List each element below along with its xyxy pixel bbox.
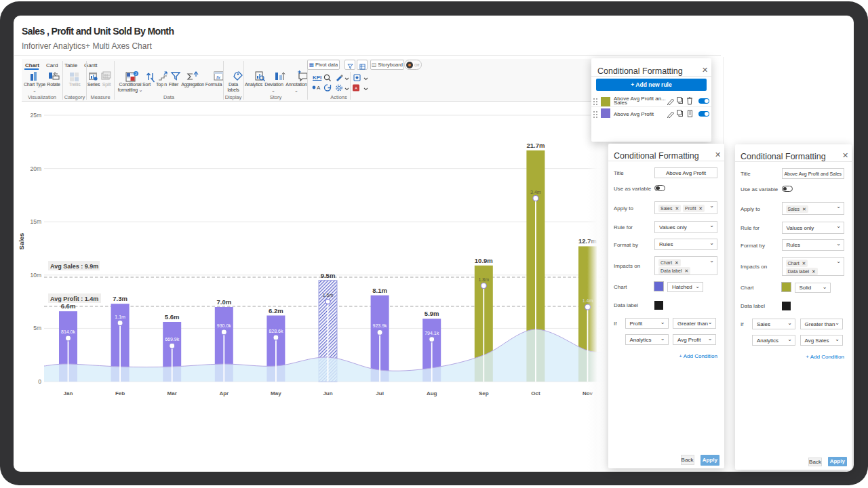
svg-text:Feb: Feb [115,390,125,396]
svg-text:A: A [317,85,321,91]
svg-text:6.2m: 6.2m [269,307,283,314]
svg-text:Avg Sales : 9.9m: Avg Sales : 9.9m [50,263,98,270]
svg-text:923.9k: 923.9k [373,323,388,328]
svg-text:5.6m: 5.6m [165,313,180,321]
svg-text:7.0m: 7.0m [216,298,231,306]
svg-text:Oct: Oct [531,390,540,396]
svg-text:794.1k: 794.1k [425,331,439,336]
svg-text:3.4m: 3.4m [530,190,541,195]
svg-text:1.8m: 1.8m [479,277,490,282]
svg-text:20m: 20m [30,165,41,172]
svg-text:25m: 25m [30,112,41,119]
svg-text:9.5m: 9.5m [321,272,336,279]
svg-text:Apr: Apr [219,390,229,396]
svg-text:A: A [355,86,357,90]
svg-text:Jun: Jun [323,390,332,396]
svg-text:21.7m: 21.7m [526,142,545,149]
svg-text:930.0k: 930.0k [217,323,232,328]
svg-text:6.6m: 6.6m [61,302,76,310]
svg-text:2: 2 [135,72,137,76]
svg-text:Sep: Sep [479,390,489,396]
svg-text:Sales: Sales [18,233,25,250]
svg-text:7.3m: 7.3m [113,295,127,302]
svg-text:8.1m: 8.1m [372,287,387,294]
svg-text:5m: 5m [33,325,41,331]
svg-text:1.5m: 1.5m [323,293,334,298]
svg-text:Mar: Mar [167,390,177,396]
svg-text:Avg Profit : 1.4m: Avg Profit : 1.4m [50,296,98,302]
svg-text:10m: 10m [30,272,41,279]
svg-text:1.1m: 1.1m [115,314,125,319]
svg-text:669.9k: 669.9k [165,337,180,342]
svg-text:fx: fx [216,75,221,81]
svg-text:0: 0 [38,378,41,385]
svg-text:5.9m: 5.9m [425,310,439,317]
svg-text:814.0k: 814.0k [61,329,76,334]
svg-text:Aug: Aug [427,390,437,396]
svg-text:828.6k: 828.6k [269,329,283,333]
svg-text:May: May [271,390,281,396]
svg-text:10.9m: 10.9m [475,257,493,264]
svg-text:15m: 15m [30,218,41,225]
svg-text:Jul: Jul [376,390,384,396]
svg-text:Jan: Jan [64,390,73,396]
